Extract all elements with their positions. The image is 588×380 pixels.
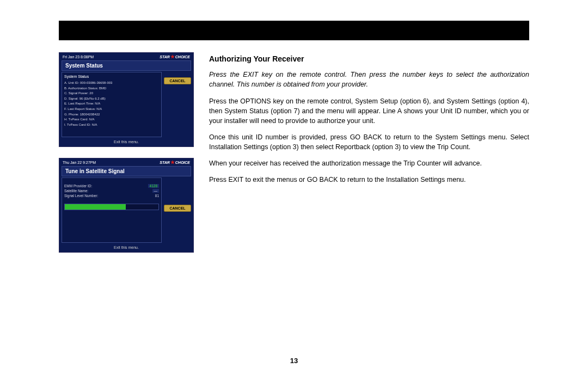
star-icon: ★ xyxy=(170,160,175,165)
signal-level-value: 81 xyxy=(155,194,159,198)
star-icon: ★ xyxy=(170,54,175,59)
status-line-b: B. Authorization Status: BMD xyxy=(64,86,159,91)
emm-provider-value: 4128 xyxy=(148,184,159,188)
provider-logo: STAR ★ CHOICE xyxy=(160,54,190,59)
satellite-name-value: — xyxy=(152,189,160,193)
ss2-body: EMM Provider ID: 4128 Satellite Name: — … xyxy=(59,176,193,244)
para-2: Press the OPTIONS key on the remote cont… xyxy=(209,96,529,126)
ss2-title: Tune in Satellite Signal xyxy=(62,166,191,176)
cancel-button[interactable]: CANCEL xyxy=(164,205,191,212)
signal-bar-fill xyxy=(65,204,126,210)
status-line-h: H. TvPass Card: N/A xyxy=(64,117,159,122)
ss2-side: CANCEL xyxy=(164,177,191,243)
status-line-f: F. Last Report Status: N/A xyxy=(64,107,159,112)
para-1: Press the EXIT key on the remote control… xyxy=(209,70,529,89)
ss1-side: CANCEL xyxy=(164,72,191,137)
status-line-c: C. Signal Power: 20 xyxy=(64,91,159,96)
status-line-i: I. TvPass Card ID: N/A xyxy=(64,122,159,128)
ss1-header: Fri Jan 23 8:08PM STAR ★ CHOICE xyxy=(59,53,193,60)
ss2-panel: EMM Provider ID: 4128 Satellite Name: — … xyxy=(62,177,162,243)
top-black-bar xyxy=(59,21,529,40)
signal-bar xyxy=(64,204,159,210)
ss1-panel: System Status A. Unit ID: 000-03086-3965… xyxy=(62,72,162,137)
status-line-a: A. Unit ID: 000-03086-39658-003 xyxy=(64,81,159,86)
ss1-footer: Exit this menu. xyxy=(59,138,193,144)
page-number: 13 xyxy=(290,357,298,365)
tune-satellite-screenshot: Thu Jan 22 9:27PM STAR ★ CHOICE Tune in … xyxy=(59,158,194,253)
ss1-datetime: Fri Jan 23 8:08PM xyxy=(63,55,94,59)
system-status-screenshot: Fri Jan 23 8:08PM STAR ★ CHOICE System S… xyxy=(59,52,194,147)
satellite-name-row: Satellite Name: — xyxy=(64,188,159,193)
ss1-title: System Status xyxy=(62,60,191,71)
provider-logo: STAR ★ CHOICE xyxy=(160,160,190,165)
section-heading: Authorizing Your Receiver xyxy=(209,53,529,64)
para-3: Once this unit ID number is provided, pr… xyxy=(209,132,529,152)
para-4: When your receiver has received the auth… xyxy=(209,158,529,168)
signal-level-row: Signal Level Number: 81 xyxy=(64,193,159,198)
content-area: Fri Jan 23 8:08PM STAR ★ CHOICE System S… xyxy=(59,52,529,253)
status-line-g: G. Phone: 18004208422 xyxy=(64,112,159,118)
ss1-body: System Status A. Unit ID: 000-03086-3965… xyxy=(59,71,193,138)
status-line-e: E. Last Report Time: N/A xyxy=(64,101,159,107)
emm-provider-row: EMM Provider ID: 4128 xyxy=(64,183,159,188)
ss2-datetime: Thu Jan 22 9:27PM xyxy=(63,161,96,164)
screenshots-column: Fri Jan 23 8:08PM STAR ★ CHOICE System S… xyxy=(59,52,194,253)
text-column: Authorizing Your Receiver Press the EXIT… xyxy=(209,52,529,253)
ss2-header: Thu Jan 22 9:27PM STAR ★ CHOICE xyxy=(59,158,193,166)
ss1-panel-header: System Status xyxy=(64,75,159,78)
ss2-footer: Exit this menu. xyxy=(59,244,193,250)
status-line-d: D. Signal: 96 (Eb/No 6.2 dB) xyxy=(64,96,159,102)
para-5: Press EXIT to exit the menus or GO BACK … xyxy=(209,175,529,185)
cancel-button[interactable]: CANCEL xyxy=(164,77,191,84)
